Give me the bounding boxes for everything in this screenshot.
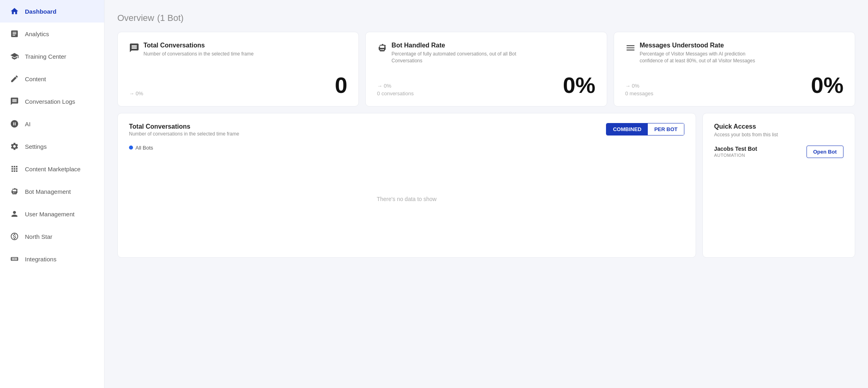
sidebar-item-training-center[interactable]: Training Center [0,45,104,68]
legend-dot [129,146,133,150]
bot-type: AUTOMATION [714,153,757,158]
chart-legend: All Bots [129,145,684,151]
stat-sub-3: 0 messages [625,90,653,96]
stat-card-header-2: Bot Handled Rate Percentage of fully aut… [377,42,595,64]
stat-card-total-conversations: Total Conversations Number of conversati… [117,32,359,107]
home-icon [10,6,19,16]
stat-title-2: Bot Handled Rate [391,42,520,49]
stat-change-1: → 0% [129,90,143,96]
bot-icon [10,187,19,196]
sidebar-label-analytics: Analytics [25,31,49,37]
stat-footer-2: → 0% 0 conversations 0% [377,74,595,96]
stat-value-3: 0% [811,74,843,96]
quick-access-card: Quick Access Access your bots from this … [702,113,855,258]
bot-face-icon [377,43,387,55]
sidebar-label-training: Training Center [25,53,66,60]
stat-value-1: 0 [335,74,347,96]
stat-desc-2: Percentage of fully automated conversati… [391,51,520,64]
users-icon [10,209,19,219]
quick-access-title: Quick Access [714,123,843,130]
sidebar-label-dashboard: Dashboard [25,8,56,15]
sidebar-item-content-marketplace[interactable]: Content Marketplace [0,158,104,180]
sidebar-label-integrations: Integrations [25,256,56,263]
chart-header: Total Conversations Number of conversati… [129,123,684,137]
sidebar-item-ai[interactable]: AI [0,113,104,135]
stat-value-2: 0% [563,74,596,96]
sidebar-label-bot-management: Bot Management [25,188,71,195]
bot-row: Jacobs Test Bot AUTOMATION Open Bot [714,146,843,158]
open-bot-button[interactable]: Open Bot [807,146,844,158]
sidebar-item-content[interactable]: Content [0,68,104,90]
quick-access-desc: Access your bots from this list [714,132,843,138]
chat-icon [10,96,19,106]
sidebar-item-dashboard[interactable]: Dashboard [0,0,104,23]
sidebar: Dashboard Analytics Training Center Cont… [0,0,104,388]
stat-card-header-1: Total Conversations Number of conversati… [129,42,347,57]
chart-card: Total Conversations Number of conversati… [117,113,696,258]
page-title: Overview (1 Bot) [117,11,855,24]
sidebar-label-user-management: User Management [25,211,74,218]
northstar-icon [10,232,19,241]
chart-desc: Number of conversations in the selected … [129,131,239,137]
bot-name: Jacobs Test Bot [714,146,757,152]
legend-label: All Bots [135,145,153,151]
chat-lines-icon [129,43,139,55]
chart-title: Total Conversations [129,123,239,130]
analytics-icon [10,29,19,39]
per-bot-button[interactable]: PER BOT [648,123,684,135]
stat-title-3: Messages Understood Rate [640,42,768,49]
stat-desc-3: Percentage of Visitor Messages with AI p… [640,51,768,64]
chart-toggle: COMBINED PER BOT [606,123,684,135]
content-icon [10,74,19,84]
page-header: Overview (1 Bot) [104,0,868,32]
bottom-row: Total Conversations Number of conversati… [104,113,868,264]
sidebar-item-user-management[interactable]: User Management [0,203,104,225]
stat-card-bot-handled: Bot Handled Rate Percentage of fully aut… [365,32,607,107]
main-content: Overview (1 Bot) Total Conversations Num… [104,0,868,388]
sidebar-label-content-marketplace: Content Marketplace [25,166,80,172]
stat-info-3: Messages Understood Rate Percentage of V… [640,42,768,64]
sidebar-item-integrations[interactable]: Integrations [0,248,104,270]
chart-empty-state: There's no data to show [129,151,684,248]
stat-info-1: Total Conversations Number of conversati… [143,42,254,57]
combined-button[interactable]: COMBINED [606,123,648,135]
stat-footer-1: → 0% 0 [129,74,347,96]
settings-icon [10,142,19,151]
sidebar-item-north-star[interactable]: North Star [0,225,104,248]
sidebar-item-bot-management[interactable]: Bot Management [0,180,104,203]
sidebar-label-content: Content [25,76,46,82]
stat-desc-1: Number of conversations in the selected … [143,51,254,57]
training-icon [10,51,19,61]
stats-grid: Total Conversations Number of conversati… [104,32,868,113]
stat-card-messages-understood: Messages Understood Rate Percentage of V… [614,32,855,107]
chart-title-area: Total Conversations Number of conversati… [129,123,239,137]
stat-change-2: → 0% [377,83,414,89]
sidebar-item-conversation-logs[interactable]: Conversation Logs [0,90,104,113]
sidebar-label-settings: Settings [25,143,47,150]
stat-card-header-3: Messages Understood Rate Percentage of V… [625,42,843,64]
stat-change-3: → 0% [625,83,653,89]
bot-info: Jacobs Test Bot AUTOMATION [714,146,757,158]
sidebar-label-north-star: North Star [25,233,52,240]
sidebar-label-conversation-logs: Conversation Logs [25,98,75,105]
marketplace-icon [10,164,19,174]
integrations-icon [10,254,19,264]
stat-sub-2: 0 conversations [377,90,414,96]
stat-title-1: Total Conversations [143,42,254,49]
sidebar-item-analytics[interactable]: Analytics [0,23,104,45]
sidebar-item-settings[interactable]: Settings [0,135,104,158]
stat-info-2: Bot Handled Rate Percentage of fully aut… [391,42,520,64]
sidebar-label-ai: AI [25,121,31,127]
ai-icon [10,119,19,129]
stat-footer-3: → 0% 0 messages 0% [625,74,843,96]
lines-chart-icon [625,43,636,55]
